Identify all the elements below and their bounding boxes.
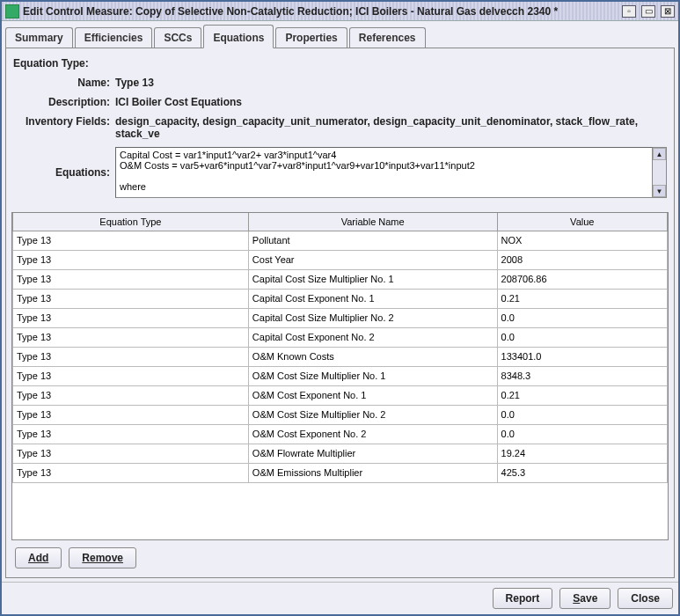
table-cell[interactable]: Capital Cost Exponent No. 2 [248, 327, 497, 347]
col-value[interactable]: Value [497, 213, 667, 231]
footer-row: Report Save Close [2, 582, 678, 614]
name-label: Name: [13, 77, 110, 89]
table-cell[interactable]: 0.21 [497, 289, 667, 308]
minimize-icon[interactable]: ▫ [622, 5, 636, 18]
table-cell[interactable]: NOX [497, 231, 667, 250]
table-row[interactable]: Type 13O&M Flowrate Multiplier19.24 [13, 444, 668, 463]
equations-scrollbar[interactable]: ▲ ▼ [653, 147, 667, 198]
name-value: Type 13 [115, 77, 667, 89]
table-cell[interactable]: Capital Cost Size Multiplier No. 2 [248, 308, 497, 327]
description-label: Description: [13, 96, 110, 108]
table-cell[interactable]: Capital Cost Size Multiplier No. 1 [248, 269, 497, 289]
table-cell[interactable]: O&M Flowrate Multiplier [248, 444, 497, 463]
inventory-fields-value: design_capacity, design_capacity_unit_nu… [115, 115, 667, 140]
tab-properties[interactable]: Properties [275, 27, 347, 48]
table-cell[interactable]: Type 13 [13, 269, 249, 289]
table-cell[interactable]: Type 13 [13, 347, 249, 366]
table-row[interactable]: Type 13O&M Cost Exponent No. 10.21 [13, 385, 668, 405]
close-icon[interactable]: ⊠ [661, 5, 675, 18]
variables-table: Equation Type Variable Name Value Type 1… [12, 213, 668, 483]
table-cell[interactable]: 0.0 [497, 405, 667, 424]
table-cell[interactable]: Type 13 [13, 231, 249, 250]
table-cell[interactable]: 0.21 [497, 385, 667, 405]
table-row[interactable]: Type 13PollutantNOX [13, 231, 668, 250]
col-variable-name[interactable]: Variable Name [248, 213, 497, 231]
table-cell[interactable]: 0.0 [497, 327, 667, 347]
table-cell[interactable]: Type 13 [13, 444, 249, 463]
table-cell[interactable]: O&M Cost Size Multiplier No. 1 [248, 366, 497, 385]
maximize-icon[interactable]: ▭ [641, 5, 655, 18]
table-row[interactable]: Type 13O&M Cost Exponent No. 20.0 [13, 424, 668, 444]
table-cell[interactable]: Type 13 [13, 385, 249, 405]
scroll-down-icon[interactable]: ▼ [653, 185, 666, 197]
tab-sccs[interactable]: SCCs [154, 27, 201, 48]
variables-table-wrap: Equation Type Variable Name Value Type 1… [11, 212, 669, 540]
table-cell[interactable]: Type 13 [13, 366, 249, 385]
table-row[interactable]: Type 13O&M Emissions Multiplier425.3 [13, 463, 668, 482]
table-cell[interactable]: Cost Year [248, 250, 497, 269]
equations-textarea-wrap: ▲ ▼ [115, 147, 667, 198]
table-cell[interactable]: Type 13 [13, 424, 249, 444]
app-icon [5, 4, 19, 18]
table-cell[interactable]: O&M Cost Size Multiplier No. 2 [248, 405, 497, 424]
table-cell[interactable]: 0.0 [497, 424, 667, 444]
window-title: Edit Control Measure: Copy of Selective … [23, 5, 622, 18]
table-cell[interactable]: Type 13 [13, 327, 249, 347]
table-row[interactable]: Type 13Capital Cost Exponent No. 10.21 [13, 289, 668, 308]
table-row[interactable]: Type 13Capital Cost Exponent No. 20.0 [13, 327, 668, 347]
table-cell[interactable]: O&M Cost Exponent No. 2 [248, 424, 497, 444]
table-cell[interactable]: Type 13 [13, 308, 249, 327]
inventory-fields-label: Inventory Fields: [13, 115, 110, 128]
table-cell[interactable]: 8348.3 [497, 366, 667, 385]
edit-control-measure-window: Edit Control Measure: Copy of Selective … [0, 0, 680, 616]
close-button[interactable]: Close [618, 588, 673, 609]
tab-equations[interactable]: Equations [203, 25, 274, 48]
save-button[interactable]: Save [559, 588, 611, 609]
equations-panel: Equation Type: Name: Type 13 Description… [5, 48, 675, 578]
table-cell[interactable]: Type 13 [13, 463, 249, 482]
equations-label: Equations: [13, 166, 110, 179]
table-cell[interactable]: O&M Emissions Multiplier [248, 463, 497, 482]
table-row[interactable]: Type 13O&M Cost Size Multiplier No. 1834… [13, 366, 668, 385]
titlebar: Edit Control Measure: Copy of Selective … [2, 2, 678, 21]
scroll-up-icon[interactable]: ▲ [653, 148, 666, 160]
table-cell[interactable]: Type 13 [13, 289, 249, 308]
equation-type-label: Equation Type: [13, 57, 89, 70]
table-cell[interactable]: O&M Cost Exponent No. 1 [248, 385, 497, 405]
form-area: Equation Type: Name: Type 13 Description… [11, 54, 669, 209]
panel-button-row: Add Remove [11, 540, 669, 572]
tab-bar: SummaryEfficienciesSCCsEquationsProperti… [5, 25, 675, 48]
table-row[interactable]: Type 13O&M Cost Size Multiplier No. 20.0 [13, 405, 668, 424]
table-row[interactable]: Type 13O&M Known Costs133401.0 [13, 347, 668, 366]
table-cell[interactable]: 425.3 [497, 463, 667, 482]
equations-textarea[interactable] [115, 147, 653, 198]
table-cell[interactable]: 19.24 [497, 444, 667, 463]
table-cell[interactable]: Pollutant [248, 231, 497, 250]
table-cell[interactable]: Type 13 [13, 250, 249, 269]
tab-summary[interactable]: Summary [5, 27, 73, 48]
table-cell[interactable]: 133401.0 [497, 347, 667, 366]
table-row[interactable]: Type 13Cost Year2008 [13, 250, 668, 269]
table-cell[interactable]: O&M Known Costs [248, 347, 497, 366]
table-cell[interactable]: Capital Cost Exponent No. 1 [248, 289, 497, 308]
table-cell[interactable]: 0.0 [497, 308, 667, 327]
col-equation-type[interactable]: Equation Type [13, 213, 249, 231]
table-cell[interactable]: Type 13 [13, 405, 249, 424]
table-row[interactable]: Type 13Capital Cost Size Multiplier No. … [13, 308, 668, 327]
add-button[interactable]: Add [15, 547, 62, 568]
table-cell[interactable]: 2008 [497, 250, 667, 269]
tab-efficiencies[interactable]: Efficiencies [75, 27, 153, 48]
description-value: ICI Boiler Cost Equations [115, 96, 667, 108]
table-row[interactable]: Type 13Capital Cost Size Multiplier No. … [13, 269, 668, 289]
content-area: SummaryEfficienciesSCCsEquationsProperti… [2, 21, 678, 582]
table-cell[interactable]: 208706.86 [497, 269, 667, 289]
window-controls: ▫ ▭ ⊠ [622, 5, 675, 18]
tab-references[interactable]: References [349, 27, 426, 48]
remove-button[interactable]: Remove [69, 547, 136, 568]
report-button[interactable]: Report [493, 588, 553, 609]
